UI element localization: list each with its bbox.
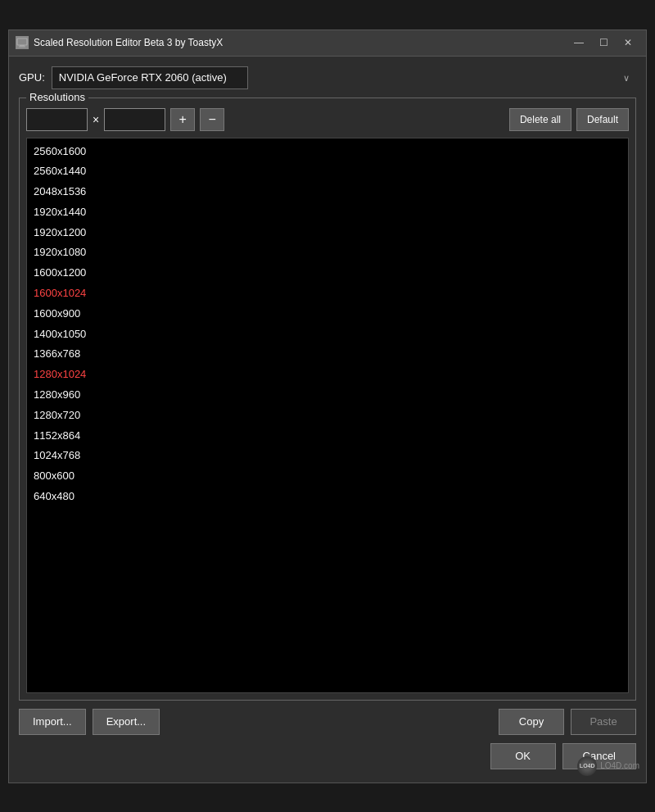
main-window: Scaled Resolution Editor Beta 3 by Toast… [8, 29, 647, 783]
separator: × [93, 113, 99, 126]
list-item[interactable]: 1280x1024 [27, 365, 628, 385]
paste-button[interactable]: Paste [571, 709, 636, 735]
list-item[interactable]: 1920x1200 [27, 223, 628, 243]
svg-rect-0 [17, 39, 27, 45]
watermark: LO4D LO4D.com [577, 756, 639, 776]
list-item[interactable]: 800x600 [27, 466, 628, 487]
resolutions-list[interactable]: 2560x16002560x14402048x15361920x14401920… [26, 138, 629, 693]
copy-button[interactable]: Copy [499, 709, 564, 735]
list-item[interactable]: 1920x1080 [27, 243, 628, 263]
resolutions-legend: Resolutions [26, 91, 88, 103]
list-item[interactable]: 1280x720 [27, 406, 628, 426]
remove-button[interactable]: − [200, 108, 224, 131]
gpu-label: GPU: [19, 71, 45, 84]
list-item[interactable]: 1600x900 [27, 304, 628, 324]
footer-row: OK Cancel [19, 743, 636, 773]
list-item[interactable]: 2560x1440 [27, 161, 628, 182]
watermark-text: LO4D.com [600, 761, 639, 770]
gpu-row: GPU: NVIDIA GeForce RTX 2060 (active) [19, 66, 636, 89]
main-content: GPU: NVIDIA GeForce RTX 2060 (active) Re… [9, 57, 646, 783]
export-button[interactable]: Export... [93, 709, 160, 735]
add-button[interactable]: + [170, 108, 195, 131]
resolutions-group: Resolutions × + − Delete all Default 256… [19, 98, 636, 701]
maximize-button[interactable]: ☐ [592, 34, 615, 52]
app-icon [16, 36, 29, 49]
close-button[interactable]: ✕ [617, 34, 639, 52]
height-input[interactable] [104, 108, 165, 131]
list-item[interactable]: 2048x1536 [27, 182, 628, 202]
ok-button[interactable]: OK [490, 743, 556, 769]
width-input[interactable] [26, 108, 88, 131]
svg-rect-2 [19, 47, 25, 48]
resolutions-controls: × + − Delete all Default [26, 108, 629, 131]
list-item[interactable]: 640x480 [27, 487, 628, 507]
window-title: Scaled Resolution Editor Beta 3 by Toast… [34, 37, 567, 48]
bottom-buttons: Import... Export... Copy Paste [19, 709, 636, 735]
watermark-logo: LO4D [577, 756, 597, 776]
delete-all-button[interactable]: Delete all [509, 108, 571, 131]
list-item[interactable]: 1600x1200 [27, 263, 628, 284]
list-item[interactable]: 1400x1050 [27, 324, 628, 345]
list-item[interactable]: 1366x768 [27, 344, 628, 365]
gpu-dropdown[interactable]: NVIDIA GeForce RTX 2060 (active) [52, 66, 248, 89]
list-item[interactable]: 1280x960 [27, 385, 628, 406]
title-bar: Scaled Resolution Editor Beta 3 by Toast… [9, 30, 646, 57]
list-item[interactable]: 1024x768 [27, 446, 628, 466]
default-button[interactable]: Default [576, 108, 629, 131]
minimize-button[interactable]: — [567, 34, 590, 52]
list-item[interactable]: 2560x1600 [27, 142, 628, 162]
list-item[interactable]: 1920x1440 [27, 202, 628, 223]
svg-rect-1 [20, 45, 25, 47]
import-button[interactable]: Import... [19, 709, 86, 735]
window-controls: — ☐ ✕ [567, 34, 639, 52]
list-item[interactable]: 1152x864 [27, 426, 628, 447]
list-item[interactable]: 1600x1024 [27, 284, 628, 304]
gpu-select-wrapper: NVIDIA GeForce RTX 2060 (active) [52, 66, 636, 89]
